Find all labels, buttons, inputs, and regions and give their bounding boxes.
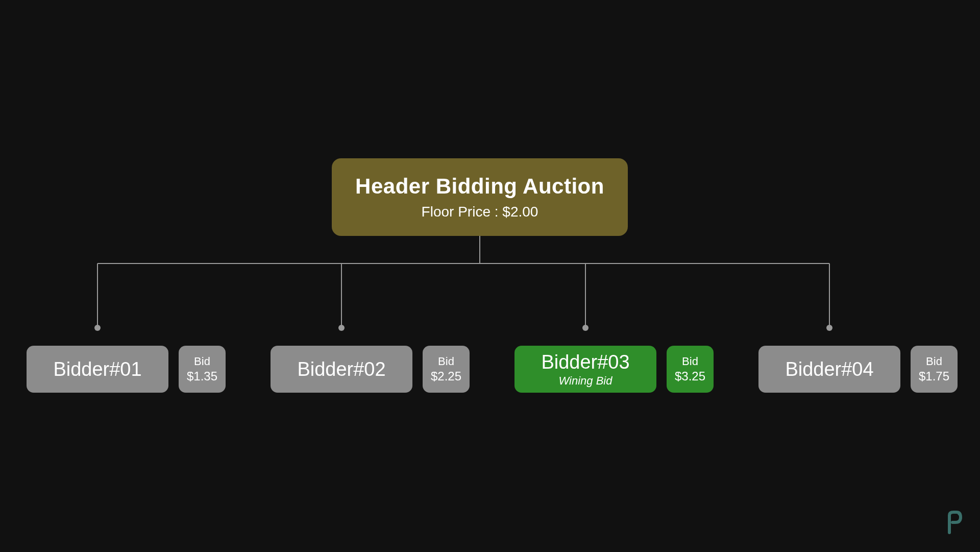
bidder-group-01: Bidder#01 Bid $1.35	[27, 346, 226, 393]
auction-title: Header Bidding Auction	[355, 174, 604, 199]
bidder-box-winning: Bidder#03 Wining Bid	[514, 346, 656, 393]
brand-logo-icon	[942, 510, 963, 535]
bidder-name: Bidder#03	[541, 351, 629, 373]
bid-amount: $2.25	[431, 369, 461, 383]
bid-label: Bid	[682, 355, 698, 368]
floor-price-label: Floor Price : $2.00	[422, 204, 538, 220]
bid-label: Bid	[194, 355, 210, 368]
bid-amount: $1.75	[919, 369, 949, 383]
connector-lines	[0, 0, 980, 552]
bid-label: Bid	[438, 355, 454, 368]
svg-point-9	[826, 325, 832, 331]
bidder-group-02: Bidder#02 Bid $2.25	[271, 346, 470, 393]
bid-box-winning: Bid $3.25	[667, 346, 714, 393]
bidder-name: Bidder#01	[53, 358, 141, 380]
bidder-name: Bidder#04	[785, 358, 873, 380]
bidder-box: Bidder#02	[271, 346, 412, 393]
svg-point-7	[338, 325, 345, 331]
bidder-group-04: Bidder#04 Bid $1.75	[758, 346, 958, 393]
bid-box: Bid $1.35	[179, 346, 226, 393]
bidder-box: Bidder#01	[27, 346, 168, 393]
svg-point-6	[94, 325, 101, 331]
bidder-name: Bidder#02	[297, 358, 385, 380]
bidder-box: Bidder#04	[758, 346, 900, 393]
bid-label: Bid	[926, 355, 942, 368]
auction-header-box: Header Bidding Auction Floor Price : $2.…	[332, 158, 628, 236]
bid-amount: $1.35	[187, 369, 217, 383]
bid-box: Bid $2.25	[423, 346, 470, 393]
diagram-canvas: Header Bidding Auction Floor Price : $2.…	[0, 0, 980, 552]
bidder-group-03: Bidder#03 Wining Bid Bid $3.25	[514, 346, 714, 393]
bid-box: Bid $1.75	[911, 346, 958, 393]
winning-bid-note: Wining Bid	[559, 374, 612, 388]
svg-point-8	[582, 325, 589, 331]
bid-amount: $3.25	[675, 369, 705, 383]
